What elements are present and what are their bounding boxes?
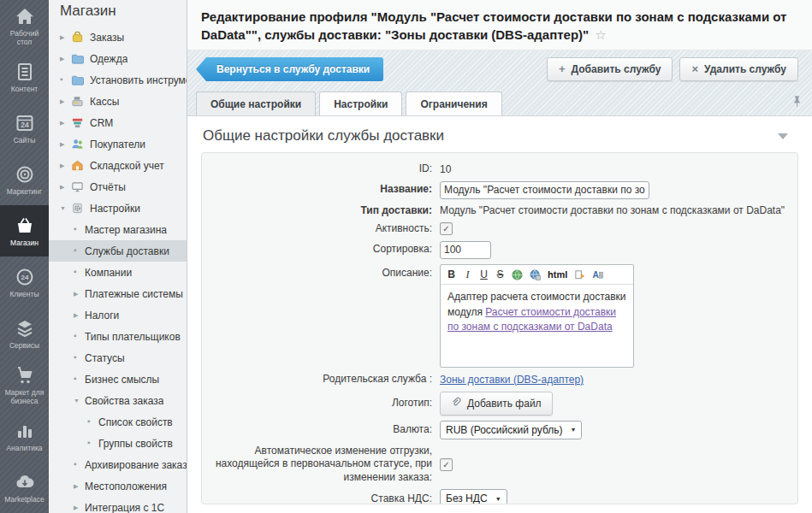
menu-item-label: Налоги	[85, 310, 119, 321]
menu-item-orders[interactable]: ▶Заказы	[49, 27, 187, 48]
rail-item-shop[interactable]: Магазин	[0, 205, 49, 256]
menu-item-buyers[interactable]: ▶Покупатели	[49, 133, 187, 155]
bullet-icon: ▪	[74, 374, 85, 383]
editor-bold-button[interactable]: B	[447, 268, 456, 280]
menu-item-locations[interactable]: ▶Местоположения	[49, 475, 187, 497]
editor-font-style-button[interactable]: A	[592, 268, 603, 280]
chevron-right-icon: ▶	[74, 483, 85, 489]
rail-item-desktop[interactable]: Рабочий стол	[0, 0, 49, 51]
menu-item-order-archive[interactable]: ▪Архивирование заказов	[49, 454, 187, 475]
vat-select[interactable]: Без НДС▼	[440, 489, 507, 504]
currency-select[interactable]: RUB (Российский рубль)▼	[440, 421, 582, 439]
rail-item-market-business[interactable]: Маркет для бизнеса	[0, 359, 49, 410]
back-to-delivery-service-button[interactable]: Вернуться в службу доставки	[196, 57, 383, 81]
analytics-icon	[14, 420, 36, 442]
active-checkbox[interactable]: ✓	[440, 222, 453, 235]
name-label: Название:	[202, 183, 440, 197]
add-file-button[interactable]: Добавить файл	[440, 392, 553, 416]
rail-item-analytics[interactable]: Аналитика	[0, 410, 49, 462]
sort-input[interactable]	[440, 241, 491, 259]
name-input[interactable]	[440, 181, 649, 199]
editor-content[interactable]: Адаптер расчета стоимости доставки модул…	[441, 285, 633, 367]
auto-change-checkbox[interactable]: ✓	[440, 458, 453, 471]
add-service-label: Добавить службу	[572, 63, 661, 75]
chevron-down-icon: ▼	[74, 398, 85, 404]
menu-item-label: CRM	[90, 117, 113, 129]
menu-item-taxes[interactable]: ▶Налоги	[49, 304, 187, 326]
top-strip: Вернуться в службу доставки +Добавить сл…	[187, 50, 812, 116]
app-rail: Рабочий столКонтент24СайтыМаркетингМагаз…	[0, 0, 49, 513]
editor-globe-link-button[interactable]	[512, 268, 523, 280]
menu-item-warehouse[interactable]: ▶Складской учет	[49, 155, 187, 176]
parent-service-label: Родительская служба :	[202, 373, 440, 386]
editor-copy-style-button[interactable]	[574, 268, 585, 280]
menu-item-companies[interactable]: ▪Компании	[49, 262, 187, 283]
form-panel: ID:10Название:Тип доставки:Модуль "Расче…	[201, 152, 798, 504]
editor-html-button[interactable]: html	[548, 268, 567, 280]
parent-service-link[interactable]: Зоны доставки (DBS-адаптер)	[440, 374, 584, 386]
menu-item-reports[interactable]: ▶Отчёты	[49, 176, 187, 198]
menu-item-clothes[interactable]: ▶Одежда	[49, 48, 187, 69]
menu-item-settings[interactable]: ▼Настройки	[49, 198, 187, 219]
editor-globe-unlink-button[interactable]	[530, 268, 541, 280]
rail-item-label: Маркетинг	[5, 188, 44, 197]
crm-icon	[71, 116, 85, 129]
delete-service-button[interactable]: ×Удалить службу	[679, 57, 798, 81]
rail-item-clients[interactable]: 24Клиенты	[0, 256, 49, 308]
form-row-description: Описание:BIUShtmlAАдаптер расчета стоимо…	[202, 264, 797, 368]
menu-item-order-props[interactable]: ▼Свойства заказа	[49, 390, 187, 411]
form-row-active: Активность:✓	[202, 222, 797, 236]
menu-item-crm[interactable]: ▶CRM	[49, 112, 187, 133]
menu-item-payment-systems[interactable]: ▶Платежные системы	[49, 283, 187, 304]
menu-item-install-tools[interactable]: ▪Установить инструменты и	[49, 69, 187, 91]
rail-item-sites[interactable]: 24Сайты	[0, 103, 49, 154]
form-row-currency: Валюта:RUB (Российский рубль)▼	[202, 421, 797, 439]
menu-item-business-meanings[interactable]: ▪Бизнес смыслы	[49, 369, 187, 390]
pin-icon[interactable]	[792, 95, 802, 108]
menu-item-payer-types[interactable]: ▪Типы плательщиков	[49, 326, 187, 347]
collapse-section-arrow-icon[interactable]	[778, 133, 788, 139]
bullet-icon: ▪	[74, 225, 85, 233]
rail-item-label: Контент	[9, 86, 40, 94]
menu-item-props-groups[interactable]: ▪Группы свойств	[49, 433, 187, 454]
bullet-icon: ▪	[74, 332, 85, 340]
editor-italic-button[interactable]: I	[463, 268, 472, 280]
delete-service-label: Удалить службу	[704, 63, 786, 75]
bag-icon	[71, 31, 85, 44]
chevron-right-icon: ▶	[60, 120, 71, 126]
delivery-type-value: Модуль "Расчет стоимости доставки по зон…	[440, 204, 785, 216]
rail-item-content[interactable]: Контент	[0, 51, 49, 103]
menu-item-1c-integration[interactable]: ▶Интеграция с 1С	[49, 497, 187, 513]
chevron-right-icon: ▶	[60, 141, 71, 147]
tab-restrictions[interactable]: Ограничения	[406, 91, 501, 115]
add-service-button[interactable]: +Добавить службу	[547, 57, 673, 81]
chevron-down-icon: ▼	[495, 496, 501, 502]
menu-item-cash-desks[interactable]: ▶Кассы	[49, 91, 187, 112]
menu-item-props-list[interactable]: ▪Список свойств	[49, 411, 187, 433]
menu-item-delivery-services[interactable]: ▪Службы доставки	[49, 240, 187, 262]
menu-item-statuses[interactable]: ▪Статусы	[49, 347, 187, 369]
id-control: 10	[440, 163, 451, 175]
services-icon	[14, 317, 36, 339]
editor-strike-button[interactable]: S	[495, 268, 505, 280]
main-area: Редактирование профиля "Модуль "Расчет с…	[187, 0, 812, 513]
sort-label: Сортировка:	[202, 243, 440, 256]
editor-underline-button[interactable]: U	[479, 268, 489, 280]
clients-icon: 24	[14, 266, 36, 288]
rail-item-marketing[interactable]: Маркетинг	[0, 154, 49, 205]
favorite-star-icon[interactable]: ☆	[595, 27, 606, 42]
editor-toolbar: BIUShtmlA	[441, 265, 633, 285]
menu-item-label: Кассы	[90, 96, 119, 108]
shop-menu-sidebar: Магазин ▶Заказы▶Одежда▪Установить инстру…	[49, 0, 187, 513]
rail-item-marketplace[interactable]: Marketplace	[0, 462, 49, 513]
warehouse-icon	[71, 159, 85, 172]
menu-item-shop-master[interactable]: ▪Мастер магазина	[49, 219, 187, 240]
form-row-name: Название:	[202, 181, 797, 199]
rail-item-services[interactable]: Сервисы	[0, 308, 49, 359]
menu-list: ▶Заказы▶Одежда▪Установить инструменты и▶…	[49, 27, 187, 513]
tab-settings[interactable]: Настройки	[319, 91, 402, 115]
bullet-icon: ▪	[74, 268, 85, 276]
sort-control	[440, 241, 491, 259]
tab-general[interactable]: Общие настройки	[196, 91, 316, 115]
chevron-right-icon: ▶	[60, 34, 71, 40]
